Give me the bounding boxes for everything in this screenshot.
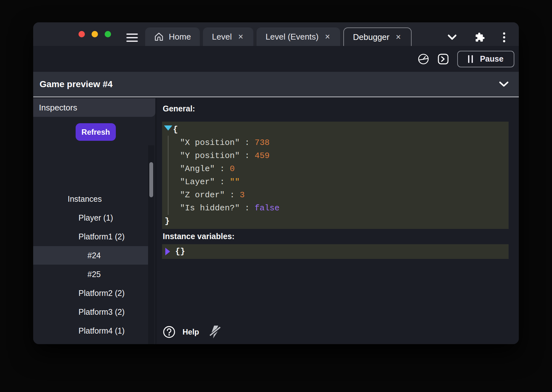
close-icon[interactable]: × xyxy=(237,32,245,42)
close-icon[interactable]: × xyxy=(394,32,402,42)
close-brace: } xyxy=(165,216,170,226)
pause-icon xyxy=(468,55,473,63)
refresh-button[interactable]: Refresh xyxy=(76,123,116,141)
sidebar-item-platform3[interactable]: Platform3 (2) xyxy=(33,303,149,321)
tab-label: Level xyxy=(212,32,232,42)
json-value: 459 xyxy=(255,151,270,161)
pause-label: Pause xyxy=(480,54,504,64)
hamburger-menu-icon[interactable] xyxy=(126,34,138,44)
tab-label: Home xyxy=(169,32,191,42)
json-value: 0 xyxy=(230,164,235,174)
console-icon[interactable] xyxy=(437,53,449,65)
json-value: 738 xyxy=(255,138,270,147)
sidebar-item-platform4[interactable]: Platform4 (1) xyxy=(33,321,149,340)
tab-label: Level (Events) xyxy=(265,32,318,42)
instances-tree: Instances Player (1) Platform1 (2) #24 #… xyxy=(33,145,149,344)
collapse-triangle-icon[interactable] xyxy=(164,125,172,131)
tab-bar: Home Level × Level (Events) × Debugger × xyxy=(33,22,519,46)
json-value: "" xyxy=(230,177,240,187)
tab-level-events[interactable]: Level (Events) × xyxy=(257,27,340,46)
tab-home[interactable]: Home xyxy=(145,27,200,46)
inspectors-header: Inspectors xyxy=(33,98,155,117)
json-value: false xyxy=(255,203,280,213)
sidebar-item-instance-24[interactable]: #24 xyxy=(33,246,149,265)
json-row-is-hidden: "Is hidden?" : false xyxy=(162,201,509,215)
general-section-label: General: xyxy=(163,104,195,113)
sidebar-item-instances[interactable]: Instances xyxy=(33,190,149,208)
json-row-x-position: "X position" : 738 xyxy=(162,136,509,149)
traffic-light-zoom[interactable] xyxy=(105,31,111,37)
auto-refresh-off-icon[interactable] xyxy=(209,325,221,339)
instance-variables-json-viewer: {} xyxy=(162,244,509,259)
json-row-y-position: "Y position" : 459 xyxy=(162,149,509,162)
window-controls xyxy=(78,31,111,37)
instance-variables-label: Instance variables: xyxy=(163,232,235,241)
inspector-detail-panel: General: { "X position" : 738 "Y positio… xyxy=(156,98,519,344)
sidebar-item-player[interactable]: Player (1) xyxy=(33,208,149,227)
tab-debugger[interactable]: Debugger × xyxy=(343,27,412,46)
expand-triangle-icon[interactable] xyxy=(165,248,170,255)
traffic-light-close[interactable] xyxy=(78,31,85,37)
performance-gauge-icon[interactable] xyxy=(418,53,429,65)
json-row-angle: "Angle" : 0 xyxy=(162,162,509,175)
help-button[interactable]: Help xyxy=(163,326,199,338)
json-value: 3 xyxy=(240,190,245,200)
tab-level[interactable]: Level × xyxy=(203,27,253,46)
tree-guide-line xyxy=(168,136,168,215)
debugger-toolbar: Pause xyxy=(33,46,519,72)
chevron-down-icon[interactable] xyxy=(447,34,457,41)
extensions-puzzle-icon[interactable] xyxy=(475,32,485,42)
app-window: Home Level × Level (Events) × Debugger × xyxy=(33,22,519,344)
json-row-z-order: "Z order" : 3 xyxy=(162,188,509,201)
tab-label: Debugger xyxy=(353,32,389,42)
home-icon xyxy=(154,32,164,41)
game-preview-header[interactable]: Game preview #4 xyxy=(33,72,519,97)
sidebar-item-instance-25[interactable]: #25 xyxy=(33,265,149,283)
kebab-menu-icon[interactable] xyxy=(503,32,505,43)
close-icon[interactable]: × xyxy=(324,32,331,42)
tabs: Home Level × Level (Events) × Debugger × xyxy=(145,27,412,46)
game-preview-title: Game preview #4 xyxy=(40,79,113,89)
pause-button[interactable]: Pause xyxy=(457,51,514,67)
sidebar-item-platform2[interactable]: Platform2 (2) xyxy=(33,284,149,302)
variables-value: {} xyxy=(175,247,185,256)
chevron-down-icon[interactable] xyxy=(499,81,509,87)
sidebar-item-platform1[interactable]: Platform1 (2) xyxy=(33,227,149,246)
general-json-viewer: { "X position" : 738 "Y position" : 459 … xyxy=(162,122,509,229)
sidebar-item-portal[interactable]: Portal (1) xyxy=(33,340,149,344)
help-icon xyxy=(163,326,175,338)
traffic-light-minimize[interactable] xyxy=(92,31,98,37)
inspectors-sidebar: Inspectors Refresh Instances Player (1) … xyxy=(33,98,156,344)
sidebar-scrollbar-thumb[interactable] xyxy=(149,162,153,197)
json-row-layer: "Layer" : "" xyxy=(162,175,509,188)
open-brace: { xyxy=(173,125,178,134)
